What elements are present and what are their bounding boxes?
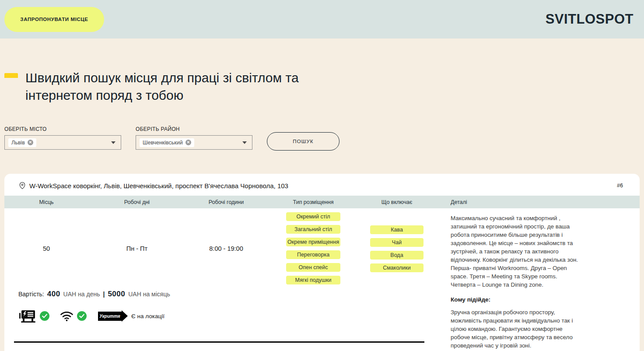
- table-header-row: Місць Робочі дні Робочі години Тип розмі…: [4, 196, 640, 208]
- placement-tag: Опен спейс: [286, 263, 340, 272]
- city-chip-remove-icon[interactable]: ✕: [28, 140, 33, 145]
- table-row: 50 Пн - Пт 8:00 - 19:00 Окремий стіл Заг…: [4, 208, 640, 350]
- col-header-includes: Що включає: [360, 199, 434, 205]
- price-row: Вартість: 400 UAH на день | 5000 UAH на …: [4, 290, 434, 298]
- logo: SVITLOSPOT: [546, 11, 634, 27]
- page-title: Швидкий пошук місця для праці зі світлом…: [25, 69, 332, 104]
- price-label: Вартість:: [18, 291, 44, 298]
- placement-tag: Окремий стіл: [286, 212, 340, 221]
- ukraine-flag-icon: [4, 73, 18, 82]
- card-divider: [14, 341, 424, 343]
- district-select[interactable]: Шевченківський ✕: [136, 135, 252, 150]
- district-filter-label: ОБЕРІТЬ РАЙОН: [136, 126, 252, 132]
- price-separator: |: [103, 291, 105, 298]
- city-chip-label: Львів: [11, 140, 25, 146]
- wifi-icon: [60, 310, 74, 322]
- top-header: ЗАПРОПОНУВАТИ МІСЦЕ SVITLOSPOT: [0, 0, 644, 39]
- listing-card: W-WorkSpace коворкінг, Львів, Шевченківс…: [4, 174, 640, 351]
- propose-place-button[interactable]: ЗАПРОПОНУВАТИ МІСЦЕ: [4, 7, 104, 32]
- check-circle-icon: [77, 311, 87, 321]
- include-tag: Чай: [370, 238, 424, 247]
- listing-number: #6: [617, 183, 623, 189]
- include-tag: Кава: [370, 225, 424, 234]
- shelter-label: Укриття: [99, 314, 120, 319]
- placement-tag: Окреме приміщення: [286, 238, 340, 246]
- placement-tags: Окремий стіл Загальний стіл Окреме примі…: [267, 208, 360, 289]
- price-month-value: 5000: [108, 290, 125, 298]
- district-chip-remove-icon[interactable]: ✕: [186, 140, 191, 145]
- price-day-value: 400: [47, 290, 60, 298]
- city-chip: Львів ✕: [8, 138, 36, 147]
- district-chip: Шевченківський ✕: [140, 138, 194, 147]
- city-filter-label: ОБЕРІТЬ МІСТО: [4, 126, 121, 132]
- col-header-placement: Тип розміщення: [267, 199, 360, 205]
- chevron-down-icon: [242, 141, 247, 144]
- city-filter: ОБЕРІТЬ МІСТО Львів ✕: [4, 126, 121, 150]
- chevron-down-icon: [111, 141, 116, 144]
- details-column: Максимально сучасний та комфортний , зат…: [434, 208, 640, 350]
- include-tag: Смаколики: [370, 263, 424, 272]
- search-filters: ОБЕРІТЬ МІСТО Львів ✕ ОБЕРІТЬ РАЙОН Шевч…: [4, 126, 644, 150]
- details-paragraph: Максимально сучасний та комфортний , зат…: [451, 214, 582, 289]
- shelter-status: Є на локації: [131, 313, 164, 319]
- location-pin-icon: [19, 181, 26, 190]
- placement-tag: Переговорка: [286, 250, 340, 259]
- seats-value: 50: [4, 245, 88, 289]
- shelter-arrow-badge: Укриття: [98, 312, 122, 321]
- details-paragraph: Зручна організація робочого простору, мо…: [451, 308, 582, 350]
- placement-tag: Загальний стіл: [286, 225, 340, 234]
- workdays-value: Пн - Пт: [88, 245, 186, 289]
- search-button[interactable]: ПОШУК: [267, 132, 340, 151]
- details-audience-heading: Кому підійде:: [451, 296, 582, 303]
- amenities-row: Укриття Є на локації: [4, 305, 434, 326]
- col-header-workhours: Робочі години: [186, 199, 267, 205]
- includes-tags: Кава Чай Вода Смаколики: [360, 208, 434, 289]
- listing-header: W-WorkSpace коворкінг, Львів, Шевченківс…: [4, 174, 640, 190]
- placement-tag: Мягкі подушки: [286, 276, 340, 284]
- include-tag: Вода: [370, 251, 424, 260]
- listing-title: W-WorkSpace коворкінг, Львів, Шевченківс…: [29, 182, 288, 190]
- check-circle-icon: [40, 311, 49, 321]
- price-day-unit: UAH на день: [63, 291, 100, 298]
- col-header-seats: Місць: [4, 199, 88, 205]
- hero-section: Швидкий пошук місця для праці зі світлом…: [4, 69, 644, 104]
- district-chip-label: Шевченківський: [143, 140, 183, 146]
- workhours-value: 8:00 - 19:00: [186, 245, 267, 289]
- col-header-workdays: Робочі дні: [88, 199, 186, 205]
- city-select[interactable]: Львів ✕: [4, 135, 121, 150]
- col-header-details: Деталі: [434, 199, 640, 205]
- power-generator-icon: [19, 308, 36, 324]
- district-filter: ОБЕРІТЬ РАЙОН Шевченківський ✕: [136, 126, 252, 150]
- price-month-unit: UAH на місяць: [128, 291, 170, 298]
